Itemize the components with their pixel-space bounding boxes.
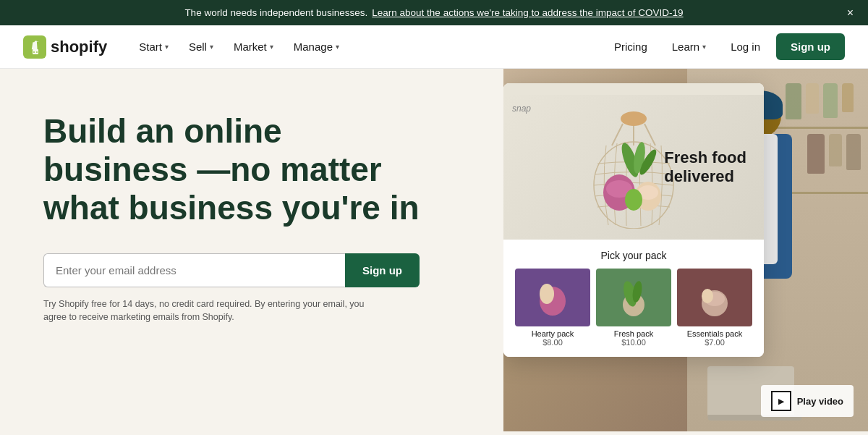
nav-link-login[interactable]: Log in [720, 35, 770, 59]
nav-signup-button[interactable]: Sign up [776, 33, 845, 60]
play-icon: ▶ [771, 391, 791, 411]
pack-hearty-image [515, 269, 590, 326]
hero-visual: snap snap [503, 69, 868, 431]
email-input[interactable] [43, 253, 345, 287]
pack-essentials-image [677, 269, 752, 326]
pack-grid: Hearty pack $8.00 Fresh pack [515, 269, 752, 347]
card-hero-image: snap [503, 95, 764, 240]
svg-point-18 [540, 284, 554, 304]
svg-line-5 [612, 124, 623, 145]
card-hero-title: Fresh food delivered [664, 148, 746, 187]
main-content: Build an online business —no matter what… [0, 69, 868, 431]
hero-subtext: Try Shopify free for 14 days, no credit … [43, 297, 376, 325]
chevron-down-icon: ▾ [270, 43, 273, 51]
nav-right-items: Pricing Learn ▾ Log in Sign up [604, 33, 845, 60]
logo-text: shopify [51, 38, 107, 56]
food-product-card: snap snap [503, 83, 764, 357]
hero-heading: Build an online business —no matter what… [43, 112, 420, 227]
banner-link[interactable]: Learn about the actions we're taking to … [372, 7, 683, 18]
card-body: Pick your pack Hearty pack $8.00 [503, 240, 764, 357]
signup-form: Sign up [43, 253, 420, 287]
svg-point-24 [702, 289, 713, 303]
svg-point-16 [625, 189, 642, 211]
nav-item-sell[interactable]: Sell ▾ [180, 35, 222, 59]
pack-item-hearty[interactable]: Hearty pack $8.00 [515, 269, 590, 347]
pack-fresh-image [596, 269, 671, 326]
svg-point-3 [36, 51, 38, 53]
announcement-banner: The world needs independent businesses. … [0, 0, 868, 25]
pack-fresh-price: $10.00 [621, 338, 646, 347]
nav-link-pricing[interactable]: Pricing [604, 35, 658, 59]
nav-item-learn[interactable]: Learn ▾ [663, 35, 715, 59]
chevron-down-icon: ▾ [702, 43, 706, 51]
pack-essentials-price: $7.00 [705, 338, 725, 347]
card-snap-watermark: snap [512, 104, 531, 114]
pack-essentials-illustration [693, 276, 736, 319]
pack-hearty-illustration [531, 276, 574, 319]
pack-essentials-name: Essentials pack [687, 329, 742, 338]
nav-item-market[interactable]: Market ▾ [225, 35, 282, 59]
logo-link[interactable]: shopify [23, 35, 107, 59]
nav-item-manage[interactable]: Manage ▾ [285, 35, 348, 59]
hero-signup-button[interactable]: Sign up [345, 253, 420, 287]
shopify-logo-icon [23, 35, 46, 59]
pack-fresh-illustration [612, 276, 655, 319]
pack-hearty-price: $8.00 [542, 338, 563, 347]
chevron-down-icon: ▾ [336, 43, 339, 51]
play-video-button[interactable]: ▶ Play video [761, 385, 854, 417]
banner-text: The world needs independent businesses. [184, 7, 367, 18]
svg-point-4 [621, 111, 647, 126]
hero-section: Build an online business —no matter what… [0, 69, 503, 431]
play-video-label: Play video [797, 396, 843, 407]
pick-label: Pick your pack [515, 250, 752, 261]
chevron-down-icon: ▾ [210, 43, 213, 51]
svg-point-2 [33, 51, 35, 53]
svg-line-7 [644, 124, 655, 145]
pack-item-fresh[interactable]: Fresh pack $10.00 [596, 269, 671, 347]
pack-item-essentials[interactable]: Essentials pack $7.00 [677, 269, 752, 347]
card-header: snap [503, 83, 764, 95]
pack-fresh-name: Fresh pack [614, 329, 653, 338]
main-nav: shopify Start ▾ Sell ▾ Market ▾ Manage ▾… [0, 25, 868, 69]
banner-close-button[interactable]: × [847, 7, 854, 20]
chevron-down-icon: ▾ [165, 43, 169, 51]
nav-left-items: Start ▾ Sell ▾ Market ▾ Manage ▾ [130, 35, 604, 59]
nav-item-start[interactable]: Start ▾ [130, 35, 177, 59]
pack-hearty-name: Hearty pack [532, 329, 574, 338]
